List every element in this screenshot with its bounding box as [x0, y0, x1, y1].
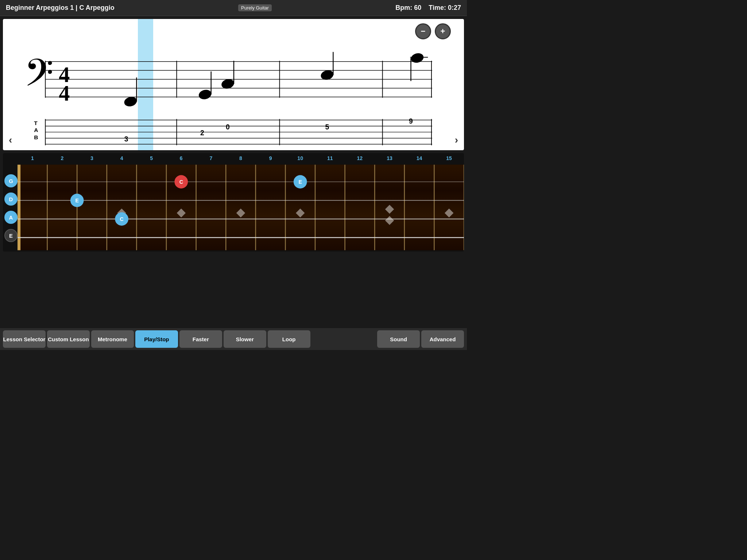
- fret-num-6: 6: [166, 155, 196, 161]
- time-info: Bpm: 60 Time: 0:27: [395, 4, 461, 12]
- fret-num-3: 3: [77, 155, 107, 161]
- nav-left-button[interactable]: ‹: [9, 134, 12, 146]
- metronome-button[interactable]: Metronome: [91, 330, 134, 348]
- lesson-selector-button[interactable]: Lesson Selector: [3, 330, 46, 348]
- svg-text:B: B: [34, 134, 38, 140]
- nav-right-button[interactable]: ›: [455, 134, 458, 146]
- string-label-g: G: [4, 174, 18, 187]
- svg-text:A: A: [34, 127, 38, 133]
- guitar-neck-svg: C E E C: [18, 163, 464, 252]
- fret-numbers-row: 1 2 3 4 5 6 7 8 9 10 11 12 13 14 15: [18, 153, 464, 163]
- svg-text:3: 3: [124, 135, 128, 143]
- svg-text:𝄢: 𝄢: [24, 52, 54, 103]
- svg-point-15: [198, 88, 212, 101]
- advanced-button[interactable]: Advanced: [421, 330, 464, 348]
- svg-point-22: [410, 52, 425, 64]
- svg-text:5: 5: [325, 123, 329, 131]
- svg-text:C: C: [120, 216, 123, 222]
- time-display: Time: 0:27: [429, 4, 461, 11]
- svg-text:4: 4: [59, 81, 70, 105]
- staff-svg: 𝄢 4 4 T A B: [3, 19, 464, 150]
- svg-text:0: 0: [226, 123, 230, 131]
- svg-text:E: E: [75, 198, 79, 203]
- svg-text:T: T: [34, 120, 38, 126]
- svg-text:2: 2: [200, 129, 204, 137]
- toolbar-spacer: [312, 330, 376, 348]
- top-bar: Beginner Arpeggios 1 | C Arpeggio Purely…: [0, 0, 467, 16]
- sheet-music-area: − + 𝄢 4 4: [3, 19, 464, 150]
- fret-num-5: 5: [136, 155, 166, 161]
- fret-num-11: 11: [315, 155, 345, 161]
- fret-num-14: 14: [405, 155, 434, 161]
- svg-text:9: 9: [409, 117, 413, 125]
- string-label-a: A: [4, 211, 18, 224]
- fret-num-9: 9: [256, 155, 286, 161]
- fret-num-2: 2: [47, 155, 77, 161]
- svg-text:E: E: [298, 179, 302, 185]
- sound-button[interactable]: Sound: [377, 330, 420, 348]
- bpm-display: Bpm: 60: [395, 4, 421, 11]
- fret-num-1: 1: [18, 155, 47, 161]
- svg-text:C: C: [179, 179, 183, 185]
- fret-num-10: 10: [285, 155, 315, 161]
- app-logo: Purely Guitar: [238, 4, 272, 11]
- custom-lesson-button[interactable]: Custom Lesson: [47, 330, 90, 348]
- bottom-toolbar: Lesson Selector Custom Lesson Metronome …: [0, 328, 467, 350]
- fret-num-8: 8: [226, 155, 256, 161]
- fret-num-12: 12: [345, 155, 375, 161]
- fret-num-13: 13: [375, 155, 405, 161]
- loop-button[interactable]: Loop: [268, 330, 310, 348]
- fret-num-4: 4: [107, 155, 137, 161]
- slower-button[interactable]: Slower: [224, 330, 266, 348]
- play-stop-button[interactable]: Play/Stop: [135, 330, 178, 348]
- fretboard-area: 1 2 3 4 5 6 7 8 9 10 11 12 13 14 15: [3, 153, 464, 252]
- string-label-e: E: [4, 229, 18, 242]
- lesson-title: Beginner Arpeggios 1 | C Arpeggio: [6, 4, 115, 12]
- fret-num-15: 15: [434, 155, 464, 161]
- string-label-d: D: [4, 192, 18, 206]
- svg-point-13: [123, 96, 138, 108]
- faster-button[interactable]: Faster: [179, 330, 222, 348]
- fret-num-7: 7: [196, 155, 226, 161]
